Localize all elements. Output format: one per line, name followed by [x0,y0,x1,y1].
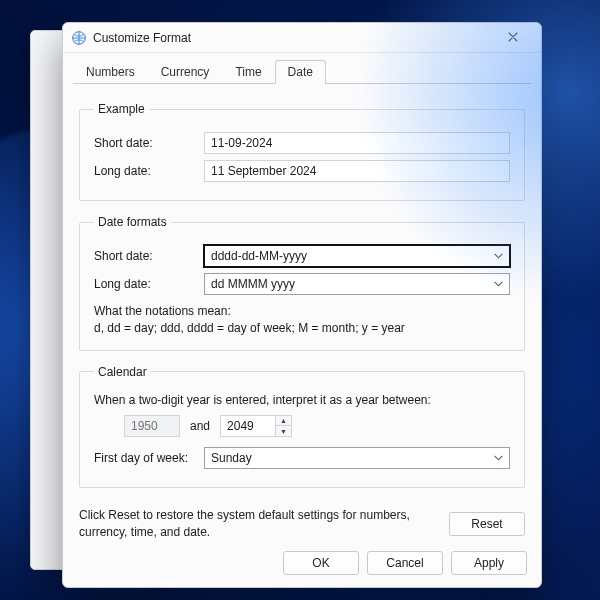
input-year-to[interactable]: 2049 [220,415,276,437]
combo-long-date[interactable]: dd MMMM yyyy [204,273,510,295]
combo-short-date[interactable]: dddd-dd-MM-yyyy [204,245,510,267]
reset-row: Click Reset to restore the system defaul… [63,501,541,541]
label-short-date: Short date: [94,249,204,263]
close-icon [508,31,518,45]
chevron-down-icon [494,252,503,261]
legend-example: Example [94,102,149,116]
label-and: and [190,419,210,433]
legend-calendar: Calendar [94,365,151,379]
chevron-down-icon [494,280,503,289]
group-calendar: Calendar When a two-digit year is entere… [79,365,525,488]
notation-body: d, dd = day; ddd, dddd = day of week; M … [94,320,510,337]
label-interpret-year: When a two-digit year is entered, interp… [94,393,510,407]
customize-format-dialog: Customize Format Numbers Currency Time D… [62,22,542,588]
legend-date-formats: Date formats [94,215,171,229]
value-example-short: 11-09-2024 [204,132,510,154]
reset-text: Click Reset to restore the system defaul… [79,507,435,541]
titlebar: Customize Format [63,23,541,53]
tab-numbers[interactable]: Numbers [73,60,148,84]
tab-strip: Numbers Currency Time Date [63,53,541,83]
label-example-short: Short date: [94,136,204,150]
combo-first-day-value: Sunday [211,451,252,465]
notation-title: What the notations mean: [94,303,510,320]
ok-button[interactable]: OK [283,551,359,575]
label-long-date: Long date: [94,277,204,291]
label-example-long: Long date: [94,164,204,178]
group-date-formats: Date formats Short date: dddd-dd-MM-yyyy… [79,215,525,351]
chevron-down-icon [494,453,503,462]
spin-up-icon[interactable]: ▲ [276,416,291,426]
apply-button[interactable]: Apply [451,551,527,575]
input-year-from: 1950 [124,415,180,437]
value-example-long: 11 September 2024 [204,160,510,182]
label-first-day: First day of week: [94,451,204,465]
combo-short-date-value: dddd-dd-MM-yyyy [211,249,307,263]
button-row: OK Cancel Apply [63,541,541,587]
spin-down-icon[interactable]: ▼ [276,425,291,436]
tab-date[interactable]: Date [275,60,326,84]
combo-long-date-value: dd MMMM yyyy [211,277,295,291]
notation-block: What the notations mean: d, dd = day; dd… [94,303,510,338]
tab-time[interactable]: Time [222,60,274,84]
reset-button[interactable]: Reset [449,512,525,536]
group-example: Example Short date: 11-09-2024 Long date… [79,102,525,201]
date-panel: Example Short date: 11-09-2024 Long date… [63,84,541,501]
cancel-button[interactable]: Cancel [367,551,443,575]
globe-icon [71,30,87,46]
window-title: Customize Format [93,31,191,45]
tab-currency[interactable]: Currency [148,60,223,84]
combo-first-day[interactable]: Sunday [204,447,510,469]
spinner-year-to[interactable]: 2049 ▲ ▼ [220,415,292,437]
close-button[interactable] [493,24,533,52]
